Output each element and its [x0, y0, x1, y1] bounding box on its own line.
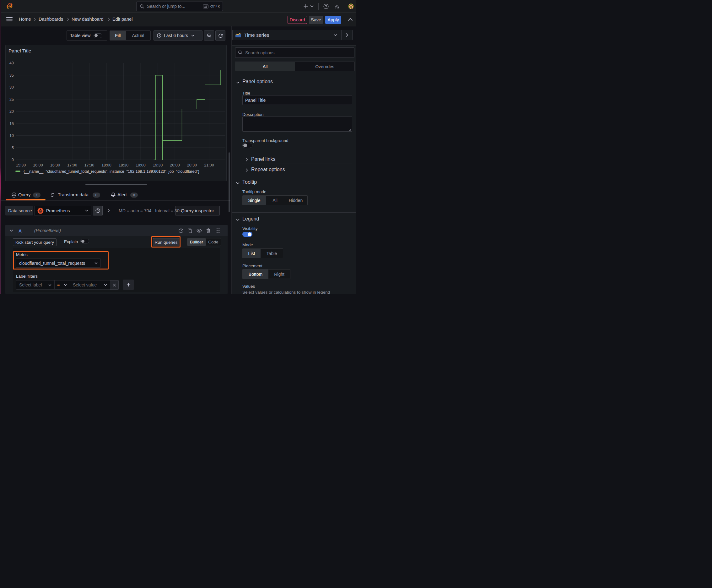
svg-text:35: 35 — [9, 73, 14, 78]
svg-text:19:00: 19:00 — [136, 163, 145, 167]
svg-text:5: 5 — [12, 146, 14, 150]
svg-text:30: 30 — [9, 85, 14, 89]
svg-text:21:00: 21:00 — [204, 163, 214, 167]
svg-text:20: 20 — [9, 109, 14, 114]
svg-text:0: 0 — [12, 158, 14, 162]
svg-text:10: 10 — [9, 133, 14, 138]
svg-text:19:30: 19:30 — [153, 163, 163, 167]
svg-text:18:00: 18:00 — [102, 163, 111, 167]
svg-text:17:00: 17:00 — [67, 163, 77, 167]
svg-text:20:30: 20:30 — [187, 163, 197, 167]
svg-text:16:30: 16:30 — [50, 163, 60, 167]
svg-text:16:00: 16:00 — [33, 163, 43, 167]
svg-text:17:30: 17:30 — [84, 163, 94, 167]
svg-text:25: 25 — [9, 97, 14, 102]
svg-text:15: 15 — [9, 122, 14, 126]
svg-text:15:30: 15:30 — [16, 163, 26, 167]
svg-text:20:00: 20:00 — [170, 163, 179, 167]
svg-text:18:30: 18:30 — [118, 163, 128, 167]
svg-text:40: 40 — [9, 61, 14, 65]
svg-text:{__name__="cloudflared_tunnel_: {__name__="cloudflared_tunnel_total_requ… — [24, 169, 199, 174]
